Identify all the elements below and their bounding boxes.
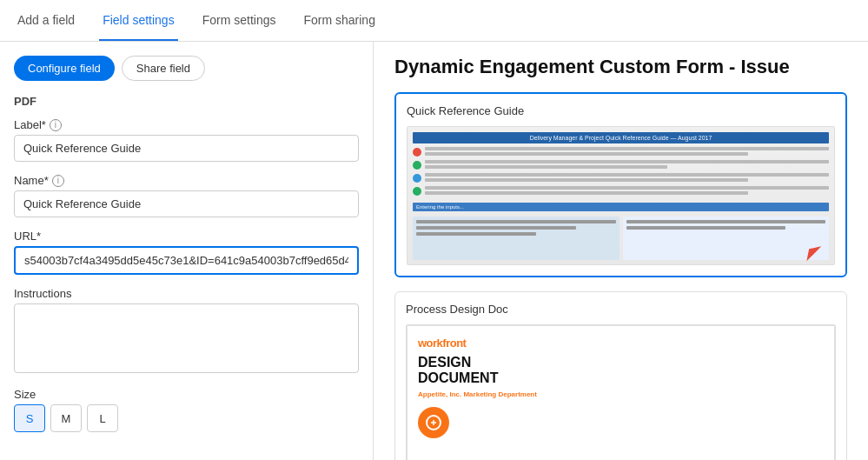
qrg-line [425, 186, 829, 190]
qrg-arrow-icon [802, 242, 822, 262]
qrg-right-col [623, 217, 830, 260]
qrg-icon-2 [413, 161, 421, 170]
main-layout: Configure field Share field PDF Label* i… [0, 42, 868, 460]
section-pdf-label: PDF [14, 95, 359, 108]
qrg-document-preview: Delivery Manager & Project Quick Referen… [407, 127, 834, 264]
qrg-line [425, 178, 748, 182]
toolbar-buttons: Configure field Share field [14, 56, 359, 81]
nav-form-sharing[interactable]: Form sharing [300, 1, 378, 41]
size-buttons: S M L [14, 404, 359, 432]
nav-form-settings[interactable]: Form settings [199, 1, 280, 41]
name-field-label: Name* i [14, 174, 359, 187]
label-form-group: Label* i [14, 118, 359, 162]
left-panel: Configure field Share field PDF Label* i… [0, 42, 374, 460]
size-text: Size [14, 388, 36, 401]
workfront-logo: workfront [418, 337, 824, 350]
qrg-bottom-section [413, 217, 829, 260]
qrg-icon-4 [413, 187, 421, 196]
qrg-left-col [413, 217, 620, 260]
qrg-row-2 [413, 160, 829, 170]
qrg-line [425, 147, 829, 150]
share-field-button[interactable]: Share field [122, 56, 205, 81]
label-text: Label* [14, 118, 46, 131]
qrg-line [425, 173, 829, 177]
url-text: URL* [14, 230, 41, 243]
instructions-text: Instructions [14, 287, 71, 300]
size-s-button[interactable]: S [14, 404, 45, 432]
wf-inner-icon [426, 415, 441, 430]
label-input[interactable] [14, 135, 359, 162]
qrg-line [425, 165, 667, 169]
size-form-group: Size S M L [14, 388, 359, 432]
pdf-preview-pdd: workfront DESIGNDOCUMENT Appetite, Inc. … [406, 324, 836, 460]
wf-circle-icon [418, 407, 449, 438]
qrg-line [416, 232, 536, 236]
qrg-section-header: Entering the inputs... [413, 203, 829, 211]
qrg-row-3 [413, 173, 829, 183]
label-info-icon: i [50, 119, 62, 131]
wf-design-title: DESIGNDOCUMENT [418, 355, 824, 385]
label-field-label: Label* i [14, 118, 359, 131]
qrg-line [416, 220, 616, 223]
pdf-preview-qrg: Delivery Manager & Project Quick Referen… [407, 126, 835, 265]
qrg-line [416, 226, 576, 230]
qrg-line [425, 191, 748, 195]
instructions-textarea[interactable] [14, 303, 359, 373]
top-nav: Add a field Field settings Form settings… [0, 0, 868, 42]
wf-subtitle: Appetite, Inc. Marketing Department [418, 390, 824, 398]
qrg-doc-header: Delivery Manager & Project Quick Referen… [413, 132, 829, 143]
url-field-label: URL* [14, 230, 359, 243]
nav-field-settings[interactable]: Field settings [99, 1, 177, 41]
pdf-card-qrg[interactable]: Quick Reference Guide Delivery Manager &… [394, 92, 847, 277]
right-panel: Dynamic Engagement Custom Form - Issue Q… [374, 42, 868, 460]
configure-field-button[interactable]: Configure field [14, 56, 115, 81]
size-m-button[interactable]: M [50, 404, 82, 432]
qrg-text-2 [425, 160, 829, 170]
pdf-card-pdd-title: Process Design Doc [406, 303, 836, 316]
pdd-document-preview: workfront DESIGNDOCUMENT Appetite, Inc. … [407, 325, 835, 460]
name-text: Name* [14, 174, 49, 187]
qrg-line [425, 152, 748, 156]
qrg-row-1 [413, 147, 829, 157]
qrg-line [626, 220, 826, 223]
qrg-text-3 [425, 173, 829, 183]
pdf-card-qrg-title: Quick Reference Guide [407, 104, 835, 117]
wf-svg-icon [429, 418, 438, 427]
size-field-label: Size [14, 388, 359, 401]
instructions-field-label: Instructions [14, 287, 359, 300]
pdf-card-pdd[interactable]: Process Design Doc workfront DESIGNDOCUM… [394, 291, 847, 460]
qrg-text-1 [425, 147, 829, 157]
name-form-group: Name* i [14, 174, 359, 217]
instructions-form-group: Instructions [14, 287, 359, 376]
qrg-row-4 [413, 186, 829, 197]
size-l-button[interactable]: L [87, 404, 118, 432]
qrg-line [626, 226, 786, 230]
name-info-icon: i [52, 175, 64, 187]
qrg-icon-3 [413, 174, 421, 183]
url-form-group: URL* [14, 230, 359, 275]
name-input[interactable] [14, 190, 359, 217]
url-input[interactable] [14, 246, 359, 275]
qrg-text-4 [425, 186, 829, 197]
qrg-line [425, 160, 829, 163]
page-title: Dynamic Engagement Custom Form - Issue [394, 56, 847, 78]
qrg-icon-1 [413, 148, 421, 157]
nav-add-field[interactable]: Add a field [14, 1, 78, 41]
